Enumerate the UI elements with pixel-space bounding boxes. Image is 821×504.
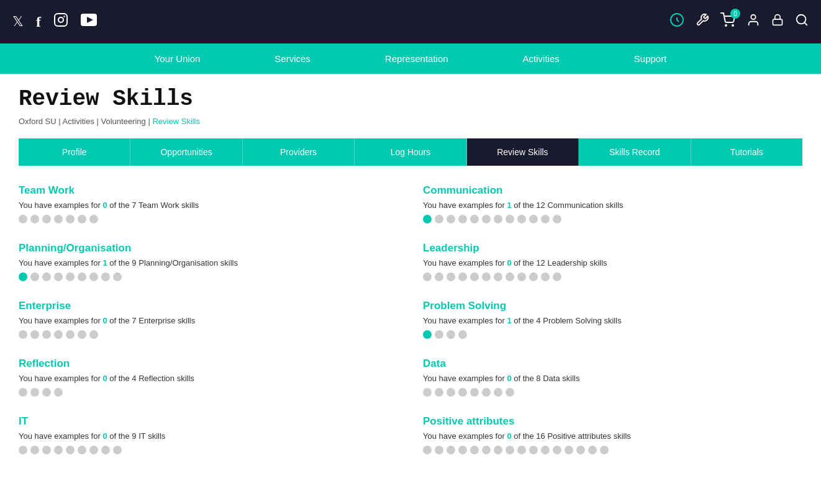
skill-section-it: ITYou have examples for 0 of the 9 IT sk… bbox=[19, 415, 398, 454]
skill-count: 1 bbox=[102, 258, 107, 268]
svg-point-6 bbox=[725, 25, 727, 26]
breadcrumb-activities: Activities bbox=[63, 117, 94, 126]
nav-your-union[interactable]: Your Union bbox=[117, 43, 238, 74]
skill-dots bbox=[19, 388, 398, 397]
dot-empty bbox=[19, 446, 27, 454]
nav-support[interactable]: Support bbox=[597, 43, 704, 74]
dot-empty bbox=[42, 330, 51, 339]
skill-desc: You have examples for 0 of the 7 Enterpr… bbox=[19, 316, 398, 325]
svg-point-8 bbox=[751, 15, 755, 19]
dot-empty bbox=[66, 272, 75, 281]
twitter-icon[interactable]: 𝕏 bbox=[12, 14, 24, 30]
dot-empty bbox=[565, 446, 573, 454]
dot-empty bbox=[78, 272, 86, 281]
skill-dots bbox=[423, 330, 802, 339]
nav-activities[interactable]: Activities bbox=[486, 43, 597, 74]
dot-empty bbox=[458, 446, 467, 454]
dot-empty bbox=[30, 330, 39, 339]
dot-empty bbox=[529, 215, 538, 223]
dot-empty bbox=[78, 446, 86, 454]
skill-count: 0 bbox=[507, 258, 511, 268]
skill-title[interactable]: Enterprise bbox=[19, 300, 398, 312]
skills-grid: Team WorkYou have examples for 0 of the … bbox=[19, 184, 802, 473]
tab-review-skills[interactable]: Review Skills bbox=[467, 138, 579, 166]
skill-title[interactable]: Leadership bbox=[423, 242, 802, 254]
nav-services[interactable]: Services bbox=[237, 43, 348, 74]
nav-representation[interactable]: Representation bbox=[348, 43, 486, 74]
page-title: Review Skills bbox=[19, 86, 802, 112]
social-links: 𝕏 f bbox=[12, 12, 97, 31]
tab-tutorials[interactable]: Tutorials bbox=[691, 138, 802, 166]
dot-empty bbox=[600, 446, 609, 454]
tab-providers[interactable]: Providers bbox=[243, 138, 355, 166]
dot-empty bbox=[89, 330, 98, 339]
dot-empty bbox=[470, 446, 479, 454]
skill-title[interactable]: IT bbox=[19, 415, 398, 428]
dot-empty bbox=[553, 272, 561, 281]
dot-empty bbox=[435, 272, 443, 281]
skill-title[interactable]: Team Work bbox=[19, 184, 398, 197]
skill-title[interactable]: Reflection bbox=[19, 358, 398, 370]
skill-title[interactable]: Data bbox=[423, 358, 802, 370]
dot-empty bbox=[458, 272, 467, 281]
tab-opportunities[interactable]: Opportunities bbox=[130, 138, 242, 166]
svg-rect-0 bbox=[55, 14, 67, 26]
svg-rect-9 bbox=[773, 19, 782, 25]
dot-empty bbox=[435, 446, 443, 454]
dot-empty bbox=[506, 272, 514, 281]
dot-empty bbox=[101, 272, 110, 281]
dot-empty bbox=[482, 388, 491, 397]
skill-title[interactable]: Problem Solving bbox=[423, 300, 802, 312]
skill-title[interactable]: Communication bbox=[423, 184, 802, 197]
instagram-icon[interactable] bbox=[53, 12, 68, 31]
dot-empty bbox=[19, 330, 27, 339]
dot-empty bbox=[576, 446, 585, 454]
skill-dots bbox=[423, 215, 802, 223]
top-bar: 𝕏 f bbox=[0, 0, 821, 43]
breadcrumb-sep2: | bbox=[97, 117, 101, 126]
dot-empty bbox=[30, 388, 39, 397]
skill-desc: You have examples for 1 of the 9 Plannin… bbox=[19, 258, 398, 268]
tab-profile[interactable]: Profile bbox=[19, 138, 130, 166]
skill-title[interactable]: Planning/Organisation bbox=[19, 242, 398, 254]
svg-point-1 bbox=[58, 17, 63, 22]
dot-empty bbox=[66, 446, 75, 454]
dot-empty bbox=[42, 388, 51, 397]
dot-empty bbox=[517, 215, 526, 223]
wrench-icon[interactable] bbox=[696, 13, 709, 30]
dot-empty bbox=[435, 330, 443, 339]
dot-empty bbox=[541, 446, 550, 454]
dot-empty bbox=[66, 215, 75, 223]
cart-wrapper[interactable]: 0 bbox=[720, 12, 735, 31]
skill-title[interactable]: Positive attributes bbox=[423, 415, 802, 428]
skill-count: 0 bbox=[507, 374, 511, 383]
search-icon[interactable] bbox=[795, 13, 809, 30]
dot-empty bbox=[506, 388, 514, 397]
skill-section-problem-solving: Problem SolvingYou have examples for 1 o… bbox=[423, 300, 802, 339]
skill-dots bbox=[19, 330, 398, 339]
skill-dots bbox=[423, 272, 802, 281]
dot-empty bbox=[482, 446, 491, 454]
user-icon[interactable] bbox=[746, 13, 760, 30]
dot-empty bbox=[447, 272, 455, 281]
dot-empty bbox=[42, 446, 51, 454]
skill-desc: You have examples for 0 of the 7 Team Wo… bbox=[19, 200, 398, 210]
breadcrumb-review-skills[interactable]: Review Skills bbox=[152, 117, 200, 126]
dot-empty bbox=[101, 446, 110, 454]
dot-empty bbox=[553, 446, 561, 454]
tab-log-hours[interactable]: Log Hours bbox=[355, 138, 466, 166]
breadcrumb-volunteering: Volunteering bbox=[101, 117, 146, 126]
dot-empty bbox=[423, 388, 432, 397]
lock-icon[interactable] bbox=[771, 13, 784, 30]
skill-count: 0 bbox=[102, 200, 107, 210]
dot-empty bbox=[494, 215, 502, 223]
dot-empty bbox=[113, 272, 122, 281]
dot-empty bbox=[66, 330, 75, 339]
speed-icon[interactable] bbox=[669, 12, 684, 31]
dot-empty bbox=[30, 272, 39, 281]
youtube-icon[interactable] bbox=[81, 14, 97, 30]
tab-skills-record[interactable]: Skills Record bbox=[579, 138, 691, 166]
facebook-icon[interactable]: f bbox=[36, 14, 41, 30]
dot-empty bbox=[423, 272, 432, 281]
svg-line-11 bbox=[804, 22, 807, 25]
